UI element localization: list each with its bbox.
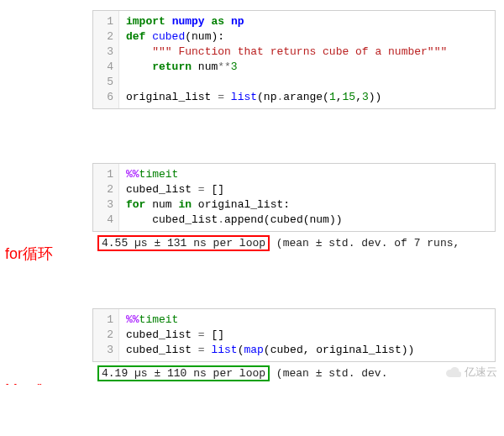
line-number: 1 (98, 167, 113, 182)
var-cubed-list: cubed_list (152, 213, 218, 226)
timing-highlight-red: 4.55 µs ± 131 ns per loop (97, 235, 270, 251)
line-number-gutter: 1 2 3 (93, 309, 119, 361)
literal-3: 3 (231, 60, 238, 73)
code-content: import numpy as np def cubed(num): """ F… (119, 11, 454, 108)
line-number: 3 (98, 343, 113, 358)
punct-comma: , (336, 91, 343, 103)
punct-dot: . (218, 213, 224, 226)
alias-np: np (231, 15, 244, 28)
line-number: 6 (98, 90, 113, 105)
magic-percent: %% (126, 168, 139, 181)
op-power: ** (218, 60, 231, 73)
code-block: 1 2 3 4 %%timeit cubed_list = [] for num… (92, 163, 496, 232)
var-cubed-list: cubed_list (126, 344, 192, 356)
func-name-cubed: cubed (152, 30, 185, 43)
var-num: num (152, 198, 171, 211)
var-num: num (198, 60, 218, 73)
watermark-text: 亿速云 (465, 365, 497, 380)
docstring: """ Function that returns cube of a numb… (152, 45, 447, 58)
op-eq: = (192, 328, 211, 341)
var-original-list: original_list (316, 344, 401, 356)
keyword-return: return (152, 60, 192, 73)
line-number-gutter: 1 2 3 4 5 6 (93, 11, 119, 108)
line-number-gutter: 1 2 3 4 (93, 164, 119, 231)
punct-comma: , (303, 344, 317, 356)
annotation-for-loop: for循环 (5, 244, 53, 264)
spacer (0, 109, 504, 153)
punct-rpar: ) (408, 344, 415, 356)
cloud-icon (446, 367, 461, 377)
var-cubed-list: cubed_list (126, 183, 192, 196)
annotation-map: Map() (5, 381, 45, 385)
keyword-def: def (126, 30, 145, 43)
punct-rbracket: ] (218, 183, 224, 196)
var-original-list: original_list (198, 198, 283, 211)
punct-colon: : (218, 30, 224, 43)
line-number: 1 (98, 14, 113, 29)
line-number: 2 (98, 182, 113, 197)
line-number: 3 (98, 45, 113, 60)
keyword-import: import (126, 15, 165, 28)
func-cubed: cubed (270, 213, 303, 226)
line-number: 2 (98, 328, 113, 343)
magic-timeit: timeit (139, 168, 179, 181)
punct-rpar: ) (329, 213, 336, 226)
punct-lpar: ( (264, 344, 270, 356)
timing-rest: (mean ± std. dev. of 7 runs, (270, 237, 459, 250)
punct-lpar: ( (303, 213, 310, 226)
timing-highlight-green: 4.19 µs ± 110 ns per loop (97, 365, 270, 381)
line-number: 4 (98, 60, 113, 75)
punct-rpar: ) (375, 91, 382, 103)
keyword-in: in (178, 198, 192, 211)
func-arange: arange (283, 91, 323, 103)
line-number: 3 (98, 197, 113, 213)
op-eq: = (192, 183, 211, 196)
watermark: 亿速云 (446, 365, 497, 380)
var-num: num (310, 213, 329, 226)
line-number: 1 (98, 313, 113, 328)
var-cubed-list: cubed_list (126, 328, 192, 341)
punct-rpar: ) (402, 344, 408, 356)
keyword-as: as (211, 15, 224, 28)
literal-1: 1 (329, 91, 336, 103)
builtin-list: list (231, 91, 257, 103)
output-timing-for: 4.55 µs ± 131 ns per loop (mean ± std. d… (92, 232, 496, 255)
punct-colon: : (283, 198, 290, 211)
op-eq: = (192, 344, 211, 356)
punct-rpar: ) (369, 91, 375, 103)
punct-rpar: ) (336, 213, 343, 226)
op-eq: = (211, 91, 230, 103)
output-timing-map: 4.19 µs ± 110 ns per loop (mean ± std. d… (92, 362, 496, 385)
code-block: 1 2 3 4 5 6 import numpy as np def cubed… (92, 10, 496, 109)
literal-3: 3 (362, 91, 369, 103)
punct-lpar: ( (185, 30, 192, 43)
spacer (0, 255, 504, 298)
param-num: num (192, 30, 211, 43)
timing-rest: (mean ± std. dev. (270, 367, 387, 380)
builtin-map: map (244, 344, 263, 356)
punct-lpar: ( (257, 91, 264, 103)
method-append: append (224, 213, 264, 226)
code-block: 1 2 3 %%timeit cubed_list = [] cubed_lis… (92, 308, 496, 362)
magic-timeit: timeit (139, 313, 179, 326)
line-number: 2 (98, 29, 113, 45)
func-cubed: cubed (270, 344, 303, 356)
builtin-list: list (211, 344, 237, 356)
literal-15: 15 (343, 91, 356, 103)
code-cell-1: 1 2 3 4 5 6 import numpy as np def cubed… (0, 10, 504, 109)
line-number: 5 (98, 75, 113, 90)
magic-percent: %% (126, 313, 139, 326)
module-numpy: numpy (172, 15, 205, 28)
code-cell-2: 1 2 3 4 %%timeit cubed_list = [] for num… (0, 163, 504, 255)
punct-lpar: ( (323, 91, 329, 103)
code-cell-3: 1 2 3 %%timeit cubed_list = [] cubed_lis… (0, 308, 504, 385)
punct-rbracket: ] (218, 328, 224, 341)
mod-np: np (264, 91, 277, 103)
code-content: %%timeit cubed_list = [] for num in orig… (119, 164, 349, 231)
keyword-for: for (126, 198, 145, 211)
punct-comma: , (355, 91, 362, 103)
var-original-list: original_list (126, 91, 211, 103)
code-content: %%timeit cubed_list = [] cubed_list = li… (119, 309, 421, 361)
line-number: 4 (98, 213, 113, 228)
punct-lpar: ( (264, 213, 270, 226)
